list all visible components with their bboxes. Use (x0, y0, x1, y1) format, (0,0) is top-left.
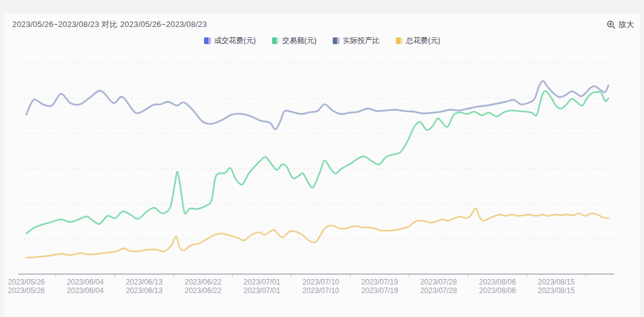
x-axis-label-row2: 2023/06/04 (67, 286, 104, 295)
x-axis-label-row1: 2023/06/04 (67, 278, 104, 286)
x-axis-label-row1: 2023/08/06 (479, 278, 516, 286)
series-line-1 (26, 91, 608, 234)
x-axis-label-row2: 2023/07/19 (362, 286, 398, 295)
x-axis-label-row1: 2023/07/28 (420, 278, 457, 286)
x-axis-label-row1: 2023/05/26 (8, 278, 45, 286)
x-axis-label-row2: 2023/06/13 (126, 286, 162, 295)
x-axis-label-row2: 2023/07/10 (302, 286, 339, 295)
series-line-2 (26, 208, 608, 258)
x-axis-label-row1: 2023/06/13 (126, 278, 162, 286)
series-line-halo-1 (26, 91, 608, 234)
x-axis-label-row2: 2023/07/28 (420, 286, 457, 295)
x-axis-label-row2: 2023/06/22 (184, 286, 221, 295)
x-axis-label-row1: 2023/07/10 (302, 278, 339, 286)
x-axis-label-row2: 2023/07/01 (243, 286, 280, 295)
x-axis-label-row1: 2023/06/22 (184, 278, 221, 286)
x-axis-label-row2: 2023/08/06 (479, 286, 516, 295)
x-axis-label-row1: 2023/08/15 (538, 278, 575, 286)
x-axis-label-row1: 2023/07/19 (362, 278, 398, 286)
line-chart[interactable] (0, 0, 644, 317)
x-axis-label-row2: 2023/05/26 (8, 286, 45, 295)
series-line-halo-0 (26, 81, 608, 129)
x-axis-label-row1: 2023/07/01 (243, 278, 280, 286)
x-axis-label-row2: 2023/08/15 (538, 286, 575, 295)
